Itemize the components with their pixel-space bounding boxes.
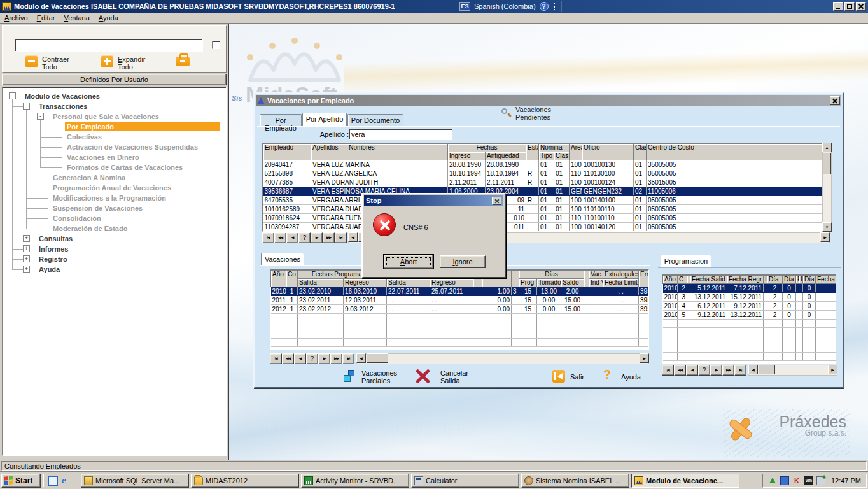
- vacaciones-grid[interactable]: Año Co Fechas Programadas Días Vac. Extr…: [270, 269, 649, 350]
- quicklaunch-browser-icon[interactable]: e: [62, 476, 72, 486]
- close-button[interactable]: [856, 2, 866, 11]
- tree-item[interactable]: Modificaciones a la Programación: [3, 193, 223, 203]
- ignore-button[interactable]: Ignore: [440, 255, 486, 268]
- scroll-thumb[interactable]: [367, 353, 388, 363]
- tree-item[interactable]: +Ayuda: [3, 264, 223, 274]
- table-row[interactable]: 2010123.02.201016.03.201022.07.201125.07…: [271, 287, 649, 296]
- language-bar[interactable]: ES Spanish (Colombia) ?: [454, 1, 562, 12]
- menu-ventana[interactable]: Ventana: [59, 13, 94, 22]
- tree-item[interactable]: Suspension de Vacaciones: [3, 203, 223, 213]
- table-row[interactable]: 2012123.02.20129.03.2012. .. .0.00150.00…: [271, 305, 649, 314]
- apellido-input[interactable]: vera: [349, 129, 452, 140]
- task-sql-server[interactable]: Microsoft SQL Server Ma...: [81, 474, 189, 488]
- briefcase-icon[interactable]: [176, 57, 190, 66]
- nav-next-page-button[interactable]: ▶▶: [323, 232, 335, 243]
- table-row[interactable]: 1070918624VERGARA FUEN010010111011010011…: [263, 214, 822, 223]
- updates-tray-icon[interactable]: [768, 476, 777, 485]
- search-combobox[interactable]: [15, 39, 203, 52]
- nav-refresh-button[interactable]: ?: [306, 353, 318, 364]
- expand-icon[interactable]: +: [23, 245, 30, 252]
- tree-item[interactable]: Formatos de Cartas de Vacaciones: [3, 162, 223, 173]
- task-modulo-vacaciones[interactable]: Modulo de Vacacione...: [631, 474, 739, 488]
- table-row[interactable]: 201025.12.20117.12.2011200: [663, 284, 836, 293]
- network-tray-icon[interactable]: [780, 476, 789, 485]
- dialog-close-icon[interactable]: [830, 96, 840, 105]
- collapse-all-button[interactable]: Contraer Todo: [42, 55, 80, 71]
- scroll-right-icon[interactable]: ▶: [820, 232, 830, 242]
- table-row[interactable]: 40077385VERA DURAN JUDITH2.11.20112.11.2…: [263, 178, 822, 187]
- tree-item[interactable]: Colectivas: [3, 132, 223, 142]
- tree-item[interactable]: -Transacciones: [3, 101, 223, 111]
- scroll-up-icon[interactable]: ▲: [822, 143, 832, 152]
- collapse-all-icon[interactable]: [25, 55, 38, 67]
- table-row[interactable]: 201059.12.201113.12.2011200: [663, 311, 836, 320]
- antivirus-tray-icon[interactable]: K: [792, 476, 801, 485]
- nav-refresh-button[interactable]: ?: [698, 365, 710, 376]
- help-icon[interactable]: ?: [603, 367, 611, 382]
- exit-button[interactable]: Salir: [570, 373, 596, 381]
- nav-refresh-button[interactable]: ?: [298, 232, 311, 243]
- tab-por-apellido[interactable]: Por Apellido: [302, 113, 347, 126]
- language-options-icon[interactable]: [552, 3, 556, 10]
- nav-last-button[interactable]: ▶|: [335, 232, 347, 243]
- cancel-exit-button[interactable]: Cancelar Salida: [440, 369, 479, 385]
- app-titlebar[interactable]: Modulo de Vacaciones ISABEL COMPAÑIA DE …: [0, 0, 868, 13]
- table-row[interactable]: 1010162589VERGARA DUAR110101100110100110…: [263, 205, 822, 214]
- menu-ayuda[interactable]: Ayuda: [94, 13, 123, 22]
- filter-checkbox[interactable]: [212, 41, 220, 49]
- collapse-icon[interactable]: -: [37, 113, 44, 120]
- tree-item[interactable]: +Registro: [3, 254, 223, 264]
- table-row[interactable]: 64705535VERGARA ARRI09R01011001001401000…: [263, 196, 822, 205]
- scroll-thumb[interactable]: [823, 153, 831, 174]
- tree-item[interactable]: +Informes: [3, 244, 223, 254]
- table-row[interactable]: 1103094287VERGARA SUAR011010110010014012…: [263, 223, 822, 232]
- menu-archivo[interactable]: Archivo: [0, 13, 32, 22]
- dialog-titlebar[interactable]: Vacaciones por Empleado: [256, 95, 841, 106]
- tree-item[interactable]: Programación Anual de Vacaciones: [3, 183, 223, 193]
- collapse-icon[interactable]: -: [23, 103, 30, 110]
- expand-icon[interactable]: +: [23, 255, 30, 262]
- scroll-left-icon[interactable]: ◀: [748, 365, 758, 374]
- tab-por-documento[interactable]: Por Documento: [347, 114, 403, 126]
- tree-item[interactable]: Moderación de Estado: [3, 223, 223, 234]
- nav-next-button[interactable]: ▶: [311, 232, 323, 243]
- scroll-thumb[interactable]: [759, 365, 775, 374]
- nav-next-page-button[interactable]: ▶▶: [722, 365, 734, 376]
- scroll-right-icon[interactable]: ▶: [828, 365, 837, 374]
- expand-icon[interactable]: +: [23, 235, 30, 242]
- employee-grid[interactable]: Empleado Apellidos Nombres Fechas Esta N…: [262, 143, 822, 232]
- restore-button[interactable]: [844, 2, 855, 11]
- minimize-button[interactable]: [833, 2, 843, 11]
- pending-search-icon[interactable]: [501, 108, 511, 118]
- user-defined-button[interactable]: Definidos Por Usuario: [2, 74, 227, 85]
- stop-close-icon[interactable]: [492, 197, 501, 205]
- table-row[interactable]: 39536687VERA ESPINOSA MARIA CELINA1.06.2…: [263, 187, 822, 196]
- language-help-icon[interactable]: ?: [540, 2, 549, 11]
- nav-last-button[interactable]: ▶|: [342, 353, 354, 364]
- tab-programacion[interactable]: Programacion: [661, 255, 711, 267]
- tree-item[interactable]: Consolidación: [3, 213, 223, 223]
- tree-item[interactable]: Vacaciones en Dinero: [3, 152, 223, 162]
- nav-prior-page-button[interactable]: ◀◀: [674, 365, 686, 376]
- nav-first-button[interactable]: |◀: [270, 353, 282, 364]
- nav-prior-page-button[interactable]: ◀◀: [274, 232, 286, 243]
- table-row[interactable]: 201046.12.20119.12.2011200: [663, 302, 836, 311]
- expand-all-icon[interactable]: [101, 55, 113, 67]
- table-row[interactable]: 20940417VERA LUZ MARINA28.08.199028.08.1…: [263, 160, 822, 169]
- nav-prior-button[interactable]: ◀: [294, 353, 306, 364]
- printer-tray-icon[interactable]: [816, 476, 825, 485]
- tree-item[interactable]: Activacion de Vacaciones Suspendidas: [3, 142, 223, 152]
- tree-item[interactable]: +Consultas: [3, 234, 223, 244]
- nav-last-button[interactable]: ▶|: [734, 365, 746, 376]
- nav-prior-button[interactable]: ◀: [686, 365, 698, 376]
- scroll-left-icon[interactable]: ◀: [356, 353, 366, 363]
- expand-all-button[interactable]: Expandir Todo: [118, 55, 156, 71]
- table-row[interactable]: 2010313.12.201115.12.2011200: [663, 293, 836, 302]
- programacion-grid[interactable]: AñoCFecha SalidFecha RegrIDíaDíaEIDíaFec…: [662, 274, 836, 364]
- menu-editar[interactable]: Editar: [32, 13, 60, 22]
- scroll-right-icon[interactable]: ▶: [640, 353, 649, 363]
- tree-item[interactable]: -Modulo de Vacaciones: [3, 91, 223, 101]
- start-button[interactable]: Start: [1, 474, 41, 488]
- nav-next-button[interactable]: ▶: [318, 353, 330, 364]
- tab-vacaciones[interactable]: Vacaciones: [261, 253, 304, 265]
